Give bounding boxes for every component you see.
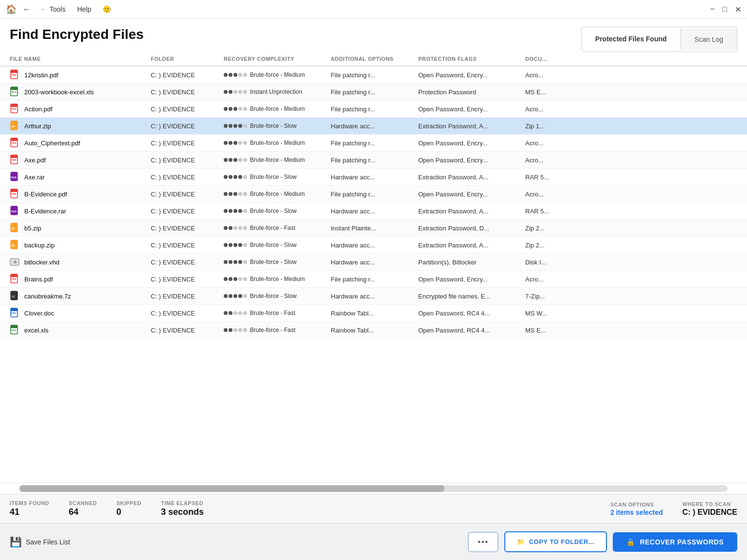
time-elapsed-value: 3 seconds xyxy=(161,507,204,517)
svg-text:RAR: RAR xyxy=(11,176,17,179)
col-header-additional: ADDITIONAL OPTIONS xyxy=(331,56,418,62)
cell-protection: Encrypted file names, E... xyxy=(418,293,525,300)
filename-text: Arthur.zip xyxy=(24,122,51,130)
cell-recovery: Brute-force - Medium xyxy=(224,191,331,197)
recovery-text: Brute-force - Slow xyxy=(250,259,297,265)
cell-document: Acro... xyxy=(525,157,584,164)
recover-passwords-button[interactable]: 🔒 RECOVER PASSWORDS xyxy=(613,532,737,552)
recovery-text: Instant Unprotection xyxy=(250,88,302,95)
table-row[interactable]: XLS excel.xls C: ) EVIDENCE Brute-force … xyxy=(0,322,747,339)
copy-to-folder-button[interactable]: 📁 COPY TO FOLDER... xyxy=(504,531,607,552)
table-row[interactable]: PDF Auto_Ciphertext.pdf C: ) EVIDENCE Br… xyxy=(0,135,747,152)
smiley-icon[interactable]: 🙂 xyxy=(103,5,111,13)
window-controls: − □ ✕ xyxy=(710,5,741,14)
svg-rect-13 xyxy=(11,138,18,141)
tab-scan-log[interactable]: Scan Log xyxy=(680,29,737,50)
table-row[interactable]: ZIP Arthur.zip C: ) EVIDENCE Brute-force… xyxy=(0,118,747,135)
cell-recovery: Brute-force - Slow xyxy=(224,259,331,265)
cell-additional: Hardware acc... xyxy=(331,174,418,181)
cell-filename: PDF Brains.pdf xyxy=(0,274,151,284)
table-row[interactable]: ZIP b5.zip C: ) EVIDENCE Brute-force - F… xyxy=(0,220,747,237)
cell-document: MS E... xyxy=(525,88,584,96)
recovery-text: Brute-force - Slow xyxy=(250,242,297,248)
cell-filename: PDF Auto_Ciphertext.pdf xyxy=(0,138,151,148)
cell-folder: C: ) EVIDENCE xyxy=(151,105,224,113)
table-row[interactable]: bitlocker.vhd C: ) EVIDENCE Brute-force … xyxy=(0,254,747,271)
table-row[interactable]: PDF 12kristin.pdf C: ) EVIDENCE Brute-fo… xyxy=(0,67,747,84)
table-row[interactable]: PDF Brains.pdf C: ) EVIDENCE Brute-force… xyxy=(0,271,747,288)
filename-text: 12kristin.pdf xyxy=(24,71,58,79)
table-row[interactable]: PDF Action.pdf C: ) EVIDENCE Brute-force… xyxy=(0,101,747,118)
forward-icon[interactable]: → xyxy=(37,4,46,15)
cell-folder: C: ) EVIDENCE xyxy=(151,88,224,96)
table-row[interactable]: RAR Axe.rar C: ) EVIDENCE Brute-force - … xyxy=(0,169,747,186)
svg-text:XLS: XLS xyxy=(12,329,17,332)
cell-additional: Hardware acc... xyxy=(331,293,418,300)
home-icon[interactable]: 🏠 xyxy=(6,4,17,15)
recovery-text: Brute-force - Medium xyxy=(250,105,305,112)
cell-recovery: Brute-force - Slow xyxy=(224,242,331,248)
horizontal-scrollbar[interactable] xyxy=(19,485,728,492)
recovery-text: Brute-force - Medium xyxy=(250,191,305,197)
recovery-text: Brute-force - Fast xyxy=(250,225,295,231)
cell-document: Zip 1... xyxy=(525,122,584,130)
scan-options-link[interactable]: 2 items selected xyxy=(610,508,663,516)
help-menu[interactable]: Help xyxy=(77,5,91,13)
svg-text:PDF: PDF xyxy=(12,107,17,110)
svg-text:ZIP: ZIP xyxy=(11,244,15,247)
cell-filename: XLS excel.xls xyxy=(0,325,151,335)
cell-folder: C: ) EVIDENCE xyxy=(151,225,224,232)
pdf-icon: PDF xyxy=(10,155,20,165)
table-row[interactable]: XLS 2003-workbook-excel.xls C: ) EVIDENC… xyxy=(0,84,747,101)
table-row[interactable]: RAR B-Evidence.rar C: ) EVIDENCE Brute-f… xyxy=(0,203,747,220)
rar-icon: RAR xyxy=(10,206,20,216)
cell-recovery: Brute-force - Medium xyxy=(224,71,331,78)
svg-text:PDF: PDF xyxy=(12,158,17,161)
cell-filename: 7-Z canubreakme.7z xyxy=(0,291,151,301)
cell-document: Acro... xyxy=(525,140,584,147)
cell-protection: Open Password, Encry... xyxy=(418,157,525,164)
svg-text:ZIP: ZIP xyxy=(11,125,15,128)
recovery-text: Brute-force - Slow xyxy=(250,208,297,214)
cell-additional: Hardware acc... xyxy=(331,259,418,266)
cell-folder: C: ) EVIDENCE xyxy=(151,208,224,215)
cell-document: Zip 2... xyxy=(525,225,584,232)
svg-rect-42 xyxy=(11,325,18,328)
scrollbar-thumb[interactable] xyxy=(19,485,445,492)
minimize-button[interactable]: − xyxy=(710,5,714,14)
cell-document: Acro... xyxy=(525,276,584,283)
tools-menu[interactable]: Tools xyxy=(50,5,66,13)
pdf-icon: PDF xyxy=(10,70,20,80)
filename-text: Brains.pdf xyxy=(24,276,53,283)
save-files-button[interactable]: 💾 Save Files List xyxy=(10,536,70,548)
table-row[interactable]: PDF B-Evidence.pdf C: ) EVIDENCE Brute-f… xyxy=(0,186,747,203)
table-row[interactable]: ZIP backup.zip C: ) EVIDENCE Brute-force… xyxy=(0,237,747,254)
cell-folder: C: ) EVIDENCE xyxy=(151,122,224,130)
table-row[interactable]: DOC Clover.doc C: ) EVIDENCE Brute-force… xyxy=(0,305,747,322)
xls-icon: XLS xyxy=(10,87,20,97)
where-to-scan-group: WHERE TO SCAN C: ) EVIDENCE xyxy=(682,501,737,517)
vhd-icon xyxy=(10,257,20,267)
maximize-button[interactable]: □ xyxy=(722,5,727,14)
filename-text: backup.zip xyxy=(24,242,54,249)
svg-text:PDF: PDF xyxy=(12,278,17,280)
items-found-label: ITEMS FOUND xyxy=(10,500,49,506)
cell-folder: C: ) EVIDENCE xyxy=(151,191,224,198)
table-row[interactable]: PDF Axe.pdf C: ) EVIDENCE Brute-force - … xyxy=(0,152,747,169)
close-button[interactable]: ✕ xyxy=(735,5,741,14)
cell-document: RAR 5... xyxy=(525,174,584,181)
stat-time-elapsed: TIME ELAPSED 3 seconds xyxy=(161,500,204,517)
stat-items-found: ITEMS FOUND 41 xyxy=(10,500,49,517)
back-icon[interactable]: ← xyxy=(22,4,31,15)
cell-recovery: Brute-force - Medium xyxy=(224,105,331,112)
xls-icon: XLS xyxy=(10,325,20,335)
header-row: Find Encrypted Files Protected Files Fou… xyxy=(0,19,747,52)
more-options-button[interactable]: ••• xyxy=(468,532,498,552)
tab-protected-files[interactable]: Protected Files Found xyxy=(582,28,680,51)
cell-recovery: Brute-force - Medium xyxy=(224,140,331,146)
cell-folder: C: ) EVIDENCE xyxy=(151,327,224,334)
recovery-text: Brute-force - Slow xyxy=(250,174,297,180)
table-row[interactable]: 7-Z canubreakme.7z C: ) EVIDENCE Brute-f… xyxy=(0,288,747,305)
cell-protection: Open Password, Encry... xyxy=(418,105,525,113)
cell-protection: Extraction Password, D... xyxy=(418,225,525,232)
